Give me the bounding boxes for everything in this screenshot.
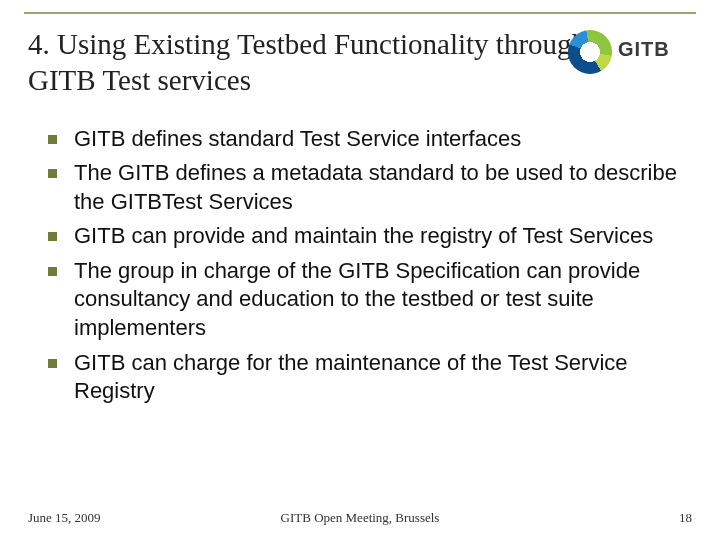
list-item: The GITB defines a metadata standard to … — [46, 159, 686, 222]
footer-page: 18 — [679, 510, 692, 526]
title-row: 4. Using Existing Testbed Functionality … — [28, 26, 692, 99]
list-item: The group in charge of the GITB Specific… — [46, 257, 686, 349]
list-item: GITB can provide and maintain the regist… — [46, 222, 686, 257]
bullet-text: GITB can charge for the maintenance of t… — [74, 350, 628, 404]
footer-center: GITB Open Meeting, Brussels — [28, 510, 692, 526]
slide-title: 4. Using Existing Testbed Functionality … — [28, 26, 588, 99]
bullet-text: The group in charge of the GITB Specific… — [74, 258, 640, 340]
bullet-text: The GITB defines a metadata standard to … — [74, 160, 677, 214]
top-rule — [24, 12, 696, 14]
list-item: GITB can charge for the maintenance of t… — [46, 349, 686, 412]
logo: GITB — [568, 26, 698, 76]
logo-swirl-icon — [568, 30, 612, 74]
slide: 4. Using Existing Testbed Functionality … — [0, 0, 720, 540]
bullet-text: GITB defines standard Test Service inter… — [74, 126, 521, 151]
list-item: GITB defines standard Test Service inter… — [46, 125, 686, 160]
bullet-list: GITB defines standard Test Service inter… — [28, 125, 692, 412]
bullet-text: GITB can provide and maintain the regist… — [74, 223, 653, 248]
logo-text: GITB — [618, 38, 670, 61]
